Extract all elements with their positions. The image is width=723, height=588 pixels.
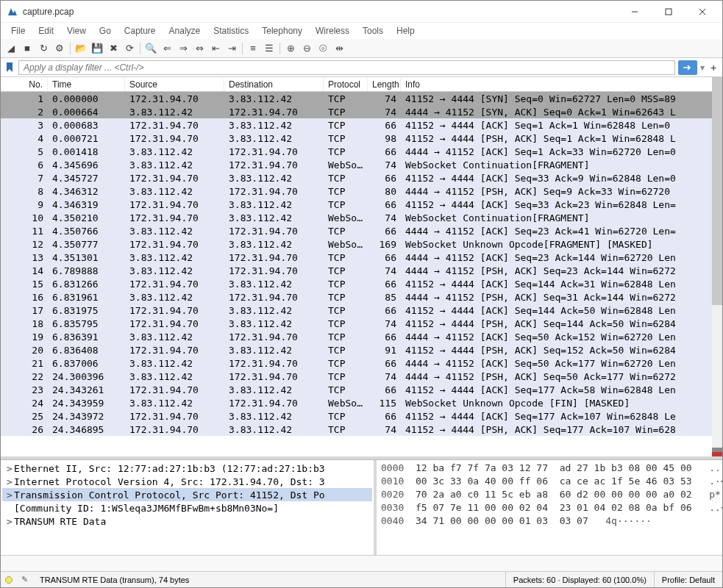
col-no[interactable]: No. <box>1 78 48 91</box>
hex-line[interactable]: 0010 00 3c 33 0a 40 00 ff 06 ca ce ac 1f… <box>381 475 718 488</box>
add-filter-button[interactable]: + <box>708 60 719 75</box>
packet-list-pane: No. Time Source Destination Protocol Len… <box>1 77 722 456</box>
table-row[interactable]: 2424.3439593.83.112.42172.31.94.70WebSo…… <box>1 396 722 409</box>
table-row[interactable]: 2624.346895172.31.94.703.83.112.42TCP744… <box>1 423 722 436</box>
menu-file[interactable]: File <box>5 24 31 37</box>
table-row[interactable]: 104.350210172.31.94.703.83.112.42WebSo…7… <box>1 211 722 224</box>
stop-icon[interactable]: ■ <box>20 41 35 56</box>
detail-panes: >Ethernet II, Src: 12:77:ad:27:1b:b3 (12… <box>1 459 722 555</box>
apply-filter-button[interactable] <box>678 60 697 75</box>
table-row[interactable]: 2524.343972172.31.94.703.83.112.42TCP664… <box>1 409 722 423</box>
table-row[interactable]: 176.831975172.31.94.703.83.112.42TCP6641… <box>1 304 722 317</box>
colorize-icon[interactable]: ☰ <box>262 41 277 56</box>
menu-help[interactable]: Help <box>391 24 421 37</box>
jump-icon[interactable]: ⇔ <box>192 41 207 56</box>
zoom-in-icon[interactable]: ⊕ <box>283 41 298 56</box>
hex-line[interactable]: 0040 34 71 00 00 00 00 01 03 03 07 4q···… <box>381 514 718 528</box>
packet-bytes-pane[interactable]: 0000 12 ba f7 7f 7a 03 12 77 ad 27 1b b3… <box>377 460 722 555</box>
status-profile[interactable]: Profile: Default <box>655 572 722 587</box>
minimize-button[interactable] <box>618 1 652 22</box>
table-row[interactable]: 30.000683172.31.94.703.83.112.42TCP66411… <box>1 118 722 132</box>
tree-item[interactable]: >Internet Protocol Version 4, Src: 172.3… <box>2 475 372 488</box>
zoom-reset-icon[interactable]: ⦾ <box>316 41 330 56</box>
save-icon[interactable]: 💾 <box>90 41 104 56</box>
find-icon[interactable]: 🔍 <box>143 41 158 56</box>
table-row[interactable]: 156.831266172.31.94.703.83.112.42TCP6641… <box>1 277 722 290</box>
table-row[interactable]: 50.0014183.83.112.42172.31.94.70TCP66444… <box>1 145 722 158</box>
table-row[interactable]: 206.836408172.31.94.703.83.112.42TCP9141… <box>1 343 722 356</box>
col-info[interactable]: Info <box>401 78 722 91</box>
reload-icon[interactable]: ⟳ <box>122 41 137 56</box>
tree-item[interactable]: >TRANSUM RTE Data <box>2 514 372 528</box>
table-row[interactable]: 2224.3003963.83.112.42172.31.94.70TCP744… <box>1 370 722 383</box>
menu-analyze[interactable]: Analyze <box>163 24 207 37</box>
next-icon[interactable]: ⇒ <box>176 41 190 56</box>
menu-edit[interactable]: Edit <box>32 24 60 37</box>
edit-icon[interactable]: ✎ <box>17 575 32 584</box>
menu-wireless[interactable]: Wireless <box>310 24 355 37</box>
menu-statistics[interactable]: Statistics <box>207 24 254 37</box>
hex-line[interactable]: 0000 12 ba f7 7f 7a 03 12 77 ad 27 1b b3… <box>381 462 718 475</box>
col-dst[interactable]: Destination <box>224 78 324 91</box>
packet-list-scrollbar[interactable] <box>712 77 722 456</box>
menu-capture[interactable]: Capture <box>118 24 162 37</box>
last-icon[interactable]: ⇥ <box>224 41 239 56</box>
table-row[interactable]: 146.7898883.83.112.42172.31.94.70TCP7444… <box>1 264 722 277</box>
tree-item[interactable]: >Transmission Control Protocol, Src Port… <box>2 488 372 501</box>
table-row[interactable]: 10.000000172.31.94.703.83.112.42TCP74411… <box>1 92 722 105</box>
bookmark-icon[interactable] <box>4 60 15 75</box>
table-row[interactable]: 74.345727172.31.94.703.83.112.42TCP66411… <box>1 171 722 184</box>
menu-telephony[interactable]: Telephony <box>256 24 308 37</box>
packet-details-pane[interactable]: >Ethernet II, Src: 12:77:ad:27:1b:b3 (12… <box>1 460 374 555</box>
main-toolbar: ◢■↻⚙📂💾✖⟳🔍⇐⇒⇔⇤⇥≡☰⊕⊖⦾⇹ <box>1 39 722 58</box>
pane-footer <box>1 555 722 571</box>
app-icon <box>7 6 18 18</box>
zoom-out-icon[interactable]: ⊖ <box>299 41 314 56</box>
table-row[interactable]: 216.8370063.83.112.42172.31.94.70TCP6644… <box>1 356 722 370</box>
table-row[interactable]: 124.350777172.31.94.703.83.112.42WebSo…1… <box>1 237 722 251</box>
tree-item[interactable]: >Ethernet II, Src: 12:77:ad:27:1b:b3 (12… <box>2 462 372 475</box>
table-row[interactable]: 196.8363913.83.112.42172.31.94.70TCP6644… <box>1 330 722 343</box>
table-row[interactable]: 166.8319613.83.112.42172.31.94.70TCP8544… <box>1 290 722 304</box>
display-filter-input[interactable] <box>18 60 675 75</box>
col-len[interactable]: Length <box>368 78 401 91</box>
prev-icon[interactable]: ⇐ <box>160 41 174 56</box>
display-filter-bar: ▾ + <box>1 58 722 77</box>
menu-view[interactable]: View <box>61 24 92 37</box>
table-row[interactable]: 40.000721172.31.94.703.83.112.42TCP98411… <box>1 132 722 145</box>
status-expert: TRANSUM RTE Data (transum), 74 bytes <box>32 572 506 587</box>
table-row[interactable]: 186.835795172.31.94.703.83.112.42TCP7441… <box>1 317 722 330</box>
packet-list-header[interactable]: No. Time Source Destination Protocol Len… <box>1 77 722 92</box>
first-icon[interactable]: ⇤ <box>208 41 223 56</box>
resize-cols-icon[interactable]: ⇹ <box>332 41 346 56</box>
restart-icon[interactable]: ↻ <box>36 41 51 56</box>
col-src[interactable]: Source <box>125 78 224 91</box>
open-icon[interactable]: 📂 <box>74 41 88 56</box>
tree-item[interactable]: [Community ID: 1:WSleqa3JM6MfBFwBm+sb8Mn… <box>2 501 372 514</box>
col-time[interactable]: Time <box>48 78 125 91</box>
table-row[interactable]: 2324.343261172.31.94.703.83.112.42TCP664… <box>1 383 722 396</box>
table-row[interactable]: 20.0006643.83.112.42172.31.94.70TCP74444… <box>1 105 722 118</box>
expert-led-icon[interactable] <box>5 576 13 584</box>
table-row[interactable]: 114.3507663.83.112.42172.31.94.70TCP6644… <box>1 224 722 237</box>
table-row[interactable]: 94.346319172.31.94.703.83.112.42TCP66411… <box>1 198 722 211</box>
packet-list-body[interactable]: 10.000000172.31.94.703.83.112.42TCP74411… <box>1 92 722 456</box>
maximize-button[interactable] <box>652 1 685 22</box>
menu-go[interactable]: Go <box>93 24 117 37</box>
close-button[interactable] <box>685 1 719 22</box>
menu-tools[interactable]: Tools <box>357 24 389 37</box>
shark-fin-icon[interactable]: ◢ <box>4 41 18 56</box>
table-row[interactable]: 84.3463123.83.112.42172.31.94.70TCP80444… <box>1 184 722 198</box>
table-row[interactable]: 64.3456963.83.112.42172.31.94.70WebSo…74… <box>1 158 722 171</box>
col-proto[interactable]: Protocol <box>324 78 368 91</box>
options-icon[interactable]: ⚙ <box>52 41 67 56</box>
hex-line[interactable]: 0020 70 2a a0 c0 11 5c eb a8 60 d2 00 00… <box>381 488 718 501</box>
autoscroll-icon[interactable]: ≡ <box>246 41 260 56</box>
hex-line[interactable]: 0030 f5 07 7e 11 00 00 02 04 23 01 04 02… <box>381 501 718 514</box>
close-file-icon[interactable]: ✖ <box>106 41 121 56</box>
table-row[interactable]: 134.3513013.83.112.42172.31.94.70TCP6644… <box>1 251 722 264</box>
window-title: capture.pcap <box>23 7 618 17</box>
svg-rect-1 <box>666 9 672 15</box>
statusbar: ✎ TRANSUM RTE Data (transum), 74 bytes P… <box>1 571 722 587</box>
status-packets: Packets: 60 · Displayed: 60 (100.0%) <box>506 572 655 587</box>
